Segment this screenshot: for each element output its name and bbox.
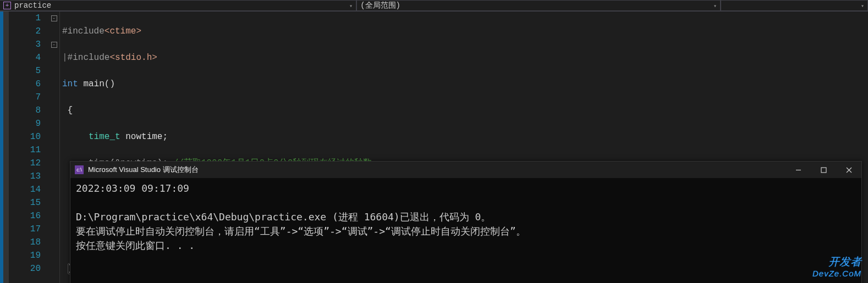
code-line: int main() (62, 77, 868, 91)
line-number: 12 (9, 157, 41, 170)
line-number: 9 (9, 117, 41, 130)
console-titlebar[interactable]: c:\ Microsoft Visual Studio 调试控制台 (70, 162, 861, 178)
code-line: |#include<stdio.h> (62, 51, 868, 64)
line-number: 3 (9, 38, 41, 51)
cpp-file-icon: + (3, 2, 11, 9)
code-line: #include<ctime> (62, 25, 868, 38)
maximize-button[interactable] (811, 162, 836, 178)
breakpoint-margin[interactable] (3, 12, 9, 283)
fold-margin[interactable]: - - (48, 12, 59, 283)
debug-console-window: c:\ Microsoft Visual Studio 调试控制台 2022:0… (70, 161, 862, 283)
line-number: 8 (9, 104, 41, 117)
scope-dropdown-function[interactable]: (全局范围) ▾ (356, 0, 721, 11)
line-number: 15 (9, 196, 41, 209)
line-number: 20 (9, 262, 41, 275)
chevron-down-icon: ▾ (713, 3, 717, 9)
navigation-bar: + practice ▾ (全局范围) ▾ ▾ (0, 0, 868, 12)
line-number: 1 (9, 12, 41, 25)
line-number: 6 (9, 77, 41, 91)
line-number: 17 (9, 223, 41, 236)
line-number: 11 (9, 143, 41, 157)
chevron-down-icon: ▾ (349, 3, 353, 9)
code-editor[interactable]: 1234567891011121314151617181920 - - #inc… (0, 12, 868, 283)
minimize-button[interactable] (785, 162, 811, 178)
svg-rect-1 (821, 168, 826, 173)
editor-margin: 1234567891011121314151617181920 - - (0, 12, 60, 283)
code-line: { (62, 104, 868, 117)
line-number: 5 (9, 64, 41, 77)
chevron-down-icon: ▾ (861, 3, 864, 9)
line-number: 19 (9, 249, 41, 262)
fold-toggle-icon[interactable]: - (51, 42, 57, 48)
vs-icon: c:\ (75, 165, 84, 174)
line-number: 7 (9, 91, 41, 104)
console-output[interactable]: 2022:03:09 09:17:09 D:\Program\practice\… (70, 178, 861, 283)
line-number: 13 (9, 170, 41, 183)
line-number: 10 (9, 130, 41, 143)
line-number: 2 (9, 25, 41, 38)
line-number: 14 (9, 183, 41, 196)
fold-toggle-icon[interactable]: - (51, 15, 57, 21)
scope-dropdown-project[interactable]: + practice ▾ (0, 0, 356, 11)
line-number: 18 (9, 236, 41, 249)
close-button[interactable] (836, 162, 861, 178)
line-number: 16 (9, 209, 41, 223)
line-number-gutter: 1234567891011121314151617181920 (9, 12, 48, 283)
console-title-text: Microsoft Visual Studio 调试控制台 (88, 165, 199, 175)
scope-right-label: (全局范围) (360, 1, 400, 10)
scope-left-label: practice (14, 1, 51, 10)
line-number: 4 (9, 51, 41, 64)
scope-dropdown-extra[interactable]: ▾ (721, 0, 868, 11)
code-line: time_t nowtime; (62, 130, 868, 143)
